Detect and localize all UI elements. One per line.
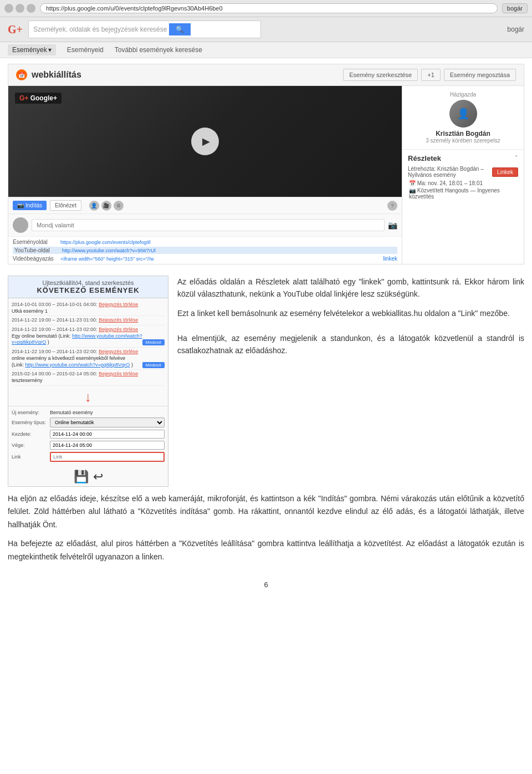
- new-event-row: Új esemény: Bemutató esemény: [12, 410, 165, 415]
- event4-date: 2014-11-22 19:00 – 2014-11-23 02:00:: [12, 349, 99, 354]
- form-screenshot: Ujtesztkiállító4, stand szerkesztés KÖVE…: [8, 276, 168, 487]
- event2-date: 2014-11-22 19:00 – 2014-11-23 01:00:: [12, 317, 99, 323]
- event3-action[interactable]: Bejegyzés törlése: [99, 327, 138, 332]
- event2-action[interactable]: Bejegyzés törlése: [99, 317, 138, 323]
- new-event-label: Új esemény:: [12, 410, 48, 415]
- gplus-search-button[interactable]: 🔍: [169, 23, 191, 35]
- details-creator-row: Létrehozta: Krisztián Bogdán – Nyilvános…: [408, 166, 518, 178]
- youtube-value: http://www.youtube.com/watch?v=9IW7rUl: [62, 248, 156, 253]
- event4-modify-btn[interactable]: Módosít: [142, 362, 165, 368]
- text-para4: Ha befejezte az előadást, alul piros hát…: [8, 537, 524, 564]
- form-events-list: 2014-10-01 03:00 – 2014-10-01 04:00: Bej…: [8, 298, 168, 388]
- details-hangout: 📷 Közvetített Hangouts — Ingyenes közvet…: [408, 187, 518, 200]
- calendar-icon: 📅: [409, 180, 416, 186]
- comment-camera-icon[interactable]: 📷: [388, 221, 397, 230]
- form-event-item-3: 2014-11-22 19:00 – 2014-11-23 02:00: Bej…: [12, 325, 165, 348]
- new-event-value: Bemutató esemény: [50, 410, 165, 415]
- ctrl-icon-1[interactable]: 👤: [89, 201, 99, 211]
- event4-close: ): [131, 362, 133, 368]
- user-avatar: [13, 217, 28, 233]
- camera-small-icon: 📷: [409, 187, 416, 194]
- text-para2-body: Ha elmentjük, az esemény megjelenik a st…: [177, 334, 524, 355]
- details-title: Részletek: [408, 154, 441, 162]
- link-input[interactable]: [50, 452, 165, 462]
- form-event-item-5: 2015-02-14 00:00 – 2015-02-14 05:00: Bej…: [12, 370, 165, 385]
- play-button[interactable]: [191, 128, 219, 155]
- ctrl-icon-help[interactable]: ?: [387, 201, 397, 211]
- text-para1: Az előadás oldalán a Részletek alatt tal…: [177, 276, 524, 301]
- ctrl-icon-3[interactable]: ⚙: [114, 201, 124, 211]
- event-type-select[interactable]: Online bemutatók: [50, 417, 165, 427]
- event4-url[interactable]: http://www.youtube.com/watch?v=pq8jkp8Vq…: [25, 362, 130, 368]
- form-header-sub: Ujtesztkiállító4, stand szerkesztés: [14, 279, 162, 286]
- events-dropdown-label: Események: [12, 46, 47, 54]
- videobeagyazas-value: <iframe width="560" height="315" src="//…: [60, 256, 154, 262]
- nav-myevents[interactable]: Eseményeid: [67, 46, 104, 54]
- esemenyoldal-label: Eseményoldal: [13, 239, 57, 245]
- bottom-text: Ha eljön az előadás ideje, készítse elő …: [0, 492, 532, 564]
- event-title: webkiállítás: [32, 70, 81, 80]
- links-button[interactable]: Linkek: [492, 167, 518, 177]
- event1-action[interactable]: Bejegyzés törlése: [99, 302, 138, 307]
- event-content: G+ Google+ 📷 Indítás Előnézet 👤: [8, 86, 524, 264]
- gplus-search-placeholder: Személyek, oldalak és bejegyzések keresé…: [33, 26, 167, 33]
- host-sub: 3 személy körében szerepelsz: [408, 138, 518, 144]
- text-para2: Ezt a linket kell bemásolnunk az esemény…: [177, 307, 524, 357]
- event-type-label: Esemény típus:: [12, 420, 48, 425]
- elonezet-button[interactable]: Előnézet: [50, 200, 81, 211]
- host-label: Házigazda: [408, 91, 518, 98]
- details-section: Részletek ˅ Létrehozta: Krisztián Bogdán…: [402, 150, 524, 204]
- camera-icon: 📷: [17, 202, 24, 208]
- gplus-search-bar[interactable]: Személyek, oldalak és bejegyzések keresé…: [28, 21, 261, 38]
- event1-sub: Utká esemény 1: [12, 308, 48, 314]
- event-plus1-button[interactable]: +1: [421, 69, 441, 81]
- comment-input[interactable]: [32, 219, 385, 231]
- start-input[interactable]: [50, 430, 165, 439]
- browser-back-btn[interactable]: [4, 4, 13, 13]
- text-para2-title: Ezt a linket kell bemásolnunk az esemény…: [177, 309, 510, 318]
- browser-chrome: https://plus.google.com/u/0/events/clpte…: [0, 0, 532, 17]
- form-save-row: 💾 ↩: [8, 467, 168, 486]
- gplus-user-label: bogár: [507, 26, 524, 33]
- details-header: Részletek ˅: [408, 154, 518, 162]
- event3-modify-btn[interactable]: Módosít: [142, 339, 165, 345]
- browser-search-field[interactable]: bogár: [502, 3, 528, 13]
- links-info-bar: Eseményoldal https://plus.google.com/eve…: [8, 236, 402, 264]
- details-creator: Létrehozta: Krisztián Bogdán – Nyilvános…: [408, 166, 490, 178]
- end-input[interactable]: [50, 441, 165, 450]
- main-content: 📅 webkiállítás Esemény szerkesztése +1 E…: [0, 64, 532, 594]
- event3-link: Egy online bemutató (Link:: [12, 333, 72, 339]
- comment-bar: 📷: [8, 213, 402, 236]
- ctrl-icon-2[interactable]: 🎥: [101, 201, 111, 211]
- gplus-video-watermark: G+ Google+: [15, 93, 62, 104]
- link-label: Link: [12, 454, 48, 460]
- host-name: Krisztián Bogdán: [408, 130, 518, 138]
- end-label: Vége:: [12, 442, 48, 448]
- start-label: Kezdete:: [12, 431, 48, 437]
- videobeagyazas-label: Videóbeágyazás: [13, 256, 57, 262]
- linkek-label: linkek: [383, 256, 397, 262]
- inditas-button[interactable]: 📷 Indítás: [13, 201, 47, 210]
- browser-forward-btn[interactable]: [16, 4, 24, 13]
- browser-refresh-btn[interactable]: [27, 4, 35, 13]
- event3-date: 2014-11-22 19:00 – 2014-11-23 02:00:: [12, 327, 99, 332]
- text-para3: Ha eljön az előadás ideje, készítse elő …: [8, 492, 524, 532]
- event-icon: 📅: [16, 69, 27, 80]
- events-dropdown[interactable]: Események ▾: [8, 44, 56, 55]
- lower-section: Ujtesztkiállító4, stand szerkesztés KÖVE…: [0, 270, 532, 492]
- details-expand-icon[interactable]: ˅: [515, 155, 518, 162]
- event-edit-button[interactable]: Esemény szerkesztése: [343, 69, 418, 81]
- nav-more-events[interactable]: További események keresése: [115, 46, 202, 54]
- page-number: 6: [0, 569, 532, 594]
- event-left: G+ Google+ 📷 Indítás Előnézet 👤: [8, 86, 402, 264]
- video-inner: G+ Google+: [8, 86, 402, 197]
- back-icon[interactable]: ↩: [93, 470, 103, 484]
- save-icon[interactable]: 💾: [74, 470, 89, 484]
- event4-action[interactable]: Bejegyzés törlése: [99, 349, 138, 354]
- gplus-logo-small: G+: [19, 94, 28, 102]
- form-event-item-1: 2014-10-01 03:00 – 2014-10-01 04:00: Bej…: [12, 301, 165, 316]
- event5-action[interactable]: Bejegyzés törlése: [99, 371, 138, 376]
- browser-url-bar[interactable]: https://plus.google.com/u/0/events/clpte…: [40, 3, 498, 13]
- browser-controls: [4, 4, 35, 13]
- event-share-button[interactable]: Esemény megosztása: [444, 69, 516, 81]
